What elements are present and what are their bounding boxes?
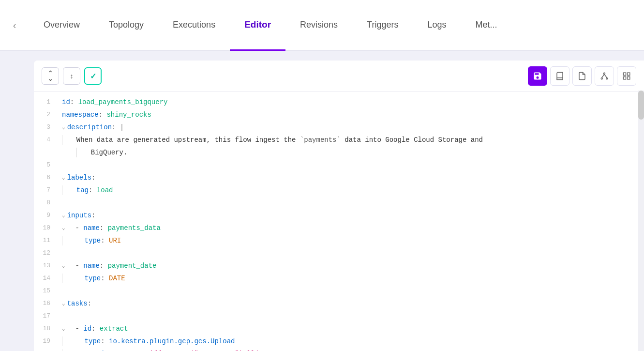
code-line-5 bbox=[62, 159, 644, 171]
tab-metrics[interactable]: Met... bbox=[461, 0, 511, 51]
file-button[interactable] bbox=[572, 66, 592, 86]
code-lines: id: load_payments_bigquery namespace: sh… bbox=[58, 92, 644, 351]
main-content: ⌃ ⌄ ↕ ✓ bbox=[0, 51, 644, 351]
file-icon bbox=[578, 72, 586, 80]
code-line-19: type: io.kestra.plugin.gcp.gcs.Upload bbox=[62, 335, 644, 348]
scrollbar-thumb[interactable] bbox=[638, 91, 644, 120]
svg-rect-6 bbox=[628, 73, 630, 75]
code-line-12 bbox=[62, 247, 644, 259]
fold-arrow-10[interactable]: ⌄ bbox=[62, 222, 65, 234]
code-line-4b: BigQuery. bbox=[62, 146, 644, 159]
code-line-11: type: URI bbox=[62, 234, 644, 247]
svg-point-0 bbox=[604, 73, 605, 74]
editor-container: ⌃ ⌄ ↕ ✓ bbox=[34, 61, 644, 351]
svg-point-2 bbox=[606, 78, 608, 79]
code-line-8 bbox=[62, 197, 644, 209]
fold-arrow-9[interactable]: ⌄ bbox=[62, 209, 65, 222]
back-icon: ‹ bbox=[13, 20, 16, 31]
code-line-18: ⌄ - id: extract bbox=[62, 322, 644, 335]
tab-topology[interactable]: Topology bbox=[94, 0, 158, 51]
tab-executions[interactable]: Executions bbox=[158, 0, 230, 51]
svg-line-3 bbox=[602, 74, 604, 78]
code-line-16: ⌄ tasks: bbox=[62, 297, 644, 310]
fold-arrow-3[interactable]: ⌄ bbox=[62, 121, 65, 134]
code-line-15 bbox=[62, 285, 644, 297]
docs-button[interactable] bbox=[550, 66, 569, 86]
code-line-6: ⌄ labels: bbox=[62, 171, 644, 184]
check-icon: ✓ bbox=[90, 72, 96, 81]
svg-rect-8 bbox=[628, 77, 630, 79]
svg-point-1 bbox=[601, 78, 602, 79]
tab-triggers[interactable]: Triggers bbox=[352, 0, 413, 51]
nav-tabs: Overview Topology Executions Editor Revi… bbox=[29, 0, 644, 50]
code-line-4a: When data are generated upstream, this f… bbox=[62, 134, 644, 146]
fold-arrow-6[interactable]: ⌄ bbox=[62, 171, 65, 184]
code-line-17 bbox=[62, 310, 644, 322]
fold-arrow-13[interactable]: ⌄ bbox=[62, 259, 65, 272]
fold-arrow-18[interactable]: ⌄ bbox=[62, 322, 65, 335]
grid-icon bbox=[622, 72, 631, 80]
collapse-button[interactable]: ⌃ ⌄ bbox=[42, 67, 59, 85]
save-icon bbox=[533, 71, 542, 81]
code-editor[interactable]: 1 2 3 4 5 6 7 8 9 10 11 12 13 14 15 16 1… bbox=[34, 92, 644, 351]
code-line-1: id: load_payments_bigquery bbox=[62, 96, 644, 108]
svg-rect-7 bbox=[623, 77, 626, 79]
code-line-13: ⌄ - name: payment_date bbox=[62, 259, 644, 272]
save-button[interactable] bbox=[528, 66, 547, 86]
scrollbar-track bbox=[638, 91, 644, 351]
code-line-7: tag: load bbox=[62, 184, 644, 197]
toolbar-right bbox=[528, 66, 636, 86]
tab-overview[interactable]: Overview bbox=[29, 0, 94, 51]
fold-arrow-16[interactable]: ⌄ bbox=[62, 297, 65, 310]
tab-revisions[interactable]: Revisions bbox=[285, 0, 352, 51]
book-icon bbox=[555, 72, 564, 80]
code-line-9: ⌄ inputs: bbox=[62, 209, 644, 222]
code-line-10: ⌄ - name: payments_data bbox=[62, 222, 644, 234]
topology-button[interactable] bbox=[595, 66, 614, 86]
back-button[interactable]: ‹ bbox=[0, 20, 29, 31]
svg-line-4 bbox=[604, 74, 607, 78]
nav-bar: ‹ Overview Topology Executions Editor Re… bbox=[0, 0, 644, 51]
validate-button[interactable]: ✓ bbox=[84, 67, 102, 85]
svg-rect-5 bbox=[623, 73, 626, 75]
editor-toolbar: ⌃ ⌄ ↕ ✓ bbox=[34, 61, 644, 92]
code-line-14: type: DATE bbox=[62, 272, 644, 285]
line-numbers: 1 2 3 4 5 6 7 8 9 10 11 12 13 14 15 16 1… bbox=[34, 92, 58, 351]
code-line-2: namespace: shiny_rocks bbox=[62, 108, 644, 121]
grid-button[interactable] bbox=[617, 66, 636, 86]
code-line-20: serviceAccount: '{{ secret("GCP CREDS") … bbox=[62, 348, 644, 351]
topology-icon bbox=[600, 72, 609, 80]
expand-button[interactable]: ↕ bbox=[63, 67, 80, 85]
code-line-3: ⌄ description: | bbox=[62, 121, 644, 134]
tab-editor[interactable]: Editor bbox=[230, 0, 285, 51]
tab-logs[interactable]: Logs bbox=[413, 0, 461, 51]
